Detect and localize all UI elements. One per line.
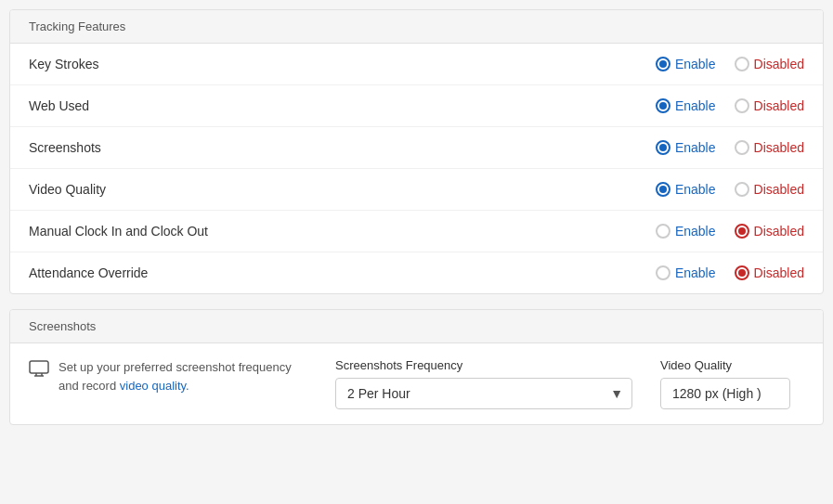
frequency-select-wrapper: 2 Per Hour 4 Per Hour 6 Per Hour 12 Per …: [335, 378, 632, 409]
tracking-features-title: Tracking Features: [29, 19, 125, 33]
disable-option-video-quality[interactable]: Disabled: [735, 182, 804, 197]
disable-label-attendance-override: Disabled: [754, 265, 804, 280]
radio-group-video-quality: EnableDisabled: [656, 182, 804, 197]
monitor-icon: [29, 360, 49, 380]
enable-option-web-used[interactable]: Enable: [656, 98, 716, 113]
feature-row-web-used: Web UsedEnableDisabled: [10, 85, 823, 127]
enable-label-manual-clock: Enable: [675, 224, 716, 239]
desc-text-block: Set up your preferred screenshot frequen…: [59, 358, 292, 394]
screenshots-header: Screenshots: [10, 310, 823, 343]
enable-option-attendance-override[interactable]: Enable: [656, 265, 716, 280]
disable-option-screenshots[interactable]: Disabled: [735, 140, 804, 155]
disable-radio-web-used: [735, 98, 749, 113]
feature-row-attendance-override: Attendance OverrideEnableDisabled: [10, 252, 823, 293]
quality-value: 1280 px (High ): [660, 378, 790, 409]
enable-radio-key-strokes: [656, 57, 670, 71]
desc-line2: and record video quality.: [59, 379, 189, 393]
svg-rect-0: [30, 361, 48, 373]
enable-option-screenshots[interactable]: Enable: [656, 140, 716, 155]
disable-label-manual-clock: Disabled: [754, 224, 804, 239]
enable-option-video-quality[interactable]: Enable: [656, 182, 716, 197]
enable-radio-attendance-override: [656, 265, 670, 280]
screenshots-card: Screenshots Set up your preferred screen…: [9, 309, 824, 425]
disable-radio-video-quality: [735, 182, 749, 197]
frequency-label: Screenshots Frequency: [335, 358, 632, 372]
feature-label-key-strokes: Key Strokes: [29, 57, 656, 71]
page-wrapper: Tracking Features Key StrokesEnableDisab…: [0, 0, 833, 504]
enable-radio-web-used: [656, 98, 670, 113]
enable-radio-video-quality: [656, 182, 670, 197]
feature-row-key-strokes: Key StrokesEnableDisabled: [10, 44, 823, 85]
feature-label-screenshots: Screenshots: [29, 140, 656, 155]
enable-label-attendance-override: Enable: [675, 265, 716, 280]
frequency-section: Screenshots Frequency 2 Per Hour 4 Per H…: [335, 358, 632, 409]
disable-option-manual-clock[interactable]: Disabled: [735, 224, 804, 239]
radio-group-web-used: EnableDisabled: [656, 98, 804, 113]
disable-option-web-used[interactable]: Disabled: [735, 98, 804, 113]
screenshots-title: Screenshots: [29, 319, 96, 333]
enable-label-video-quality: Enable: [675, 182, 716, 197]
enable-radio-manual-clock: [656, 224, 670, 239]
disable-label-web-used: Disabled: [754, 98, 804, 113]
enable-radio-screenshots: [656, 140, 670, 155]
screenshots-bottom: Set up your preferred screenshot frequen…: [10, 343, 823, 424]
disable-radio-key-strokes: [735, 57, 749, 71]
feature-label-attendance-override: Attendance Override: [29, 265, 656, 280]
radio-group-manual-clock: EnableDisabled: [656, 224, 804, 239]
enable-label-web-used: Enable: [675, 98, 716, 113]
frequency-select[interactable]: 2 Per Hour 4 Per Hour 6 Per Hour 12 Per …: [335, 378, 632, 409]
disable-label-screenshots: Disabled: [754, 140, 804, 155]
feature-label-video-quality: Video Quality: [29, 182, 656, 197]
disable-label-key-strokes: Disabled: [754, 57, 804, 71]
tracking-features-header: Tracking Features: [10, 10, 823, 44]
enable-label-screenshots: Enable: [675, 140, 716, 155]
disable-radio-manual-clock: [735, 224, 749, 239]
disable-option-key-strokes[interactable]: Disabled: [735, 57, 804, 71]
feature-row-video-quality: Video QualityEnableDisabled: [10, 169, 823, 211]
feature-label-web-used: Web Used: [29, 98, 656, 113]
features-list: Key StrokesEnableDisabledWeb UsedEnableD…: [10, 44, 823, 293]
enable-label-key-strokes: Enable: [675, 57, 716, 71]
disable-label-video-quality: Disabled: [754, 182, 804, 197]
tracking-features-card: Tracking Features Key StrokesEnableDisab…: [9, 9, 824, 294]
disable-option-attendance-override[interactable]: Disabled: [735, 265, 804, 280]
disable-radio-screenshots: [735, 140, 749, 155]
enable-option-manual-clock[interactable]: Enable: [656, 224, 716, 239]
feature-label-manual-clock: Manual Clock In and Clock Out: [29, 224, 656, 239]
feature-row-manual-clock: Manual Clock In and Clock OutEnableDisab…: [10, 211, 823, 252]
radio-group-screenshots: EnableDisabled: [656, 140, 804, 155]
desc-line1: Set up your preferred screenshot frequen…: [59, 360, 292, 374]
quality-label: Video Quality: [660, 358, 809, 372]
radio-group-key-strokes: EnableDisabled: [656, 57, 804, 71]
enable-option-key-strokes[interactable]: Enable: [656, 57, 716, 71]
quality-section: Video Quality 1280 px (High ): [660, 358, 809, 409]
feature-row-screenshots: ScreenshotsEnableDisabled: [10, 127, 823, 169]
radio-group-attendance-override: EnableDisabled: [656, 265, 804, 280]
disable-radio-attendance-override: [735, 265, 749, 280]
screenshots-description: Set up your preferred screenshot frequen…: [29, 358, 307, 394]
